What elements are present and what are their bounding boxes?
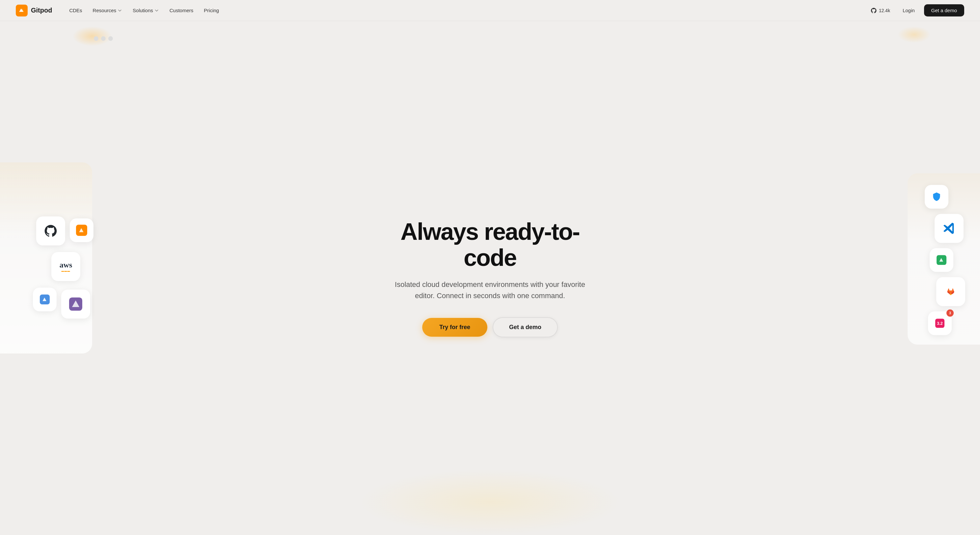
left-icon-row-1 xyxy=(36,216,94,246)
badge-icon: 3.2 xyxy=(935,319,945,328)
gitpod-color-card xyxy=(70,219,94,242)
gitlab-card xyxy=(936,277,965,306)
gitpod-green-card xyxy=(930,248,953,272)
nav-link-pricing[interactable]: Pricing xyxy=(200,6,223,15)
right-icon-row-3 xyxy=(930,248,953,272)
nav-link-solutions[interactable]: Solutions xyxy=(129,6,163,15)
glow-bottom xyxy=(358,469,622,535)
dot-3 xyxy=(108,36,113,41)
vscode-card xyxy=(935,214,964,243)
dots-indicator xyxy=(94,36,113,41)
github-card xyxy=(36,216,65,246)
nav-left: Gitpod CDEs Resources Solutions Customer… xyxy=(16,5,223,16)
navbar: Gitpod CDEs Resources Solutions Customer… xyxy=(0,0,980,21)
get-demo-hero-button[interactable]: Get a demo xyxy=(493,317,558,337)
login-link[interactable]: Login xyxy=(899,6,919,15)
notification-badge: 3 xyxy=(947,309,954,316)
logo-text: Gitpod xyxy=(31,6,52,14)
right-icon-row-5: 3.2 3 xyxy=(928,311,952,335)
nav-right: 12.4k Login Get a demo xyxy=(867,4,964,16)
github-icon xyxy=(870,7,877,14)
hero-section: aws ▬▬▬ xyxy=(0,0,980,535)
gitpod-purple-card xyxy=(61,289,90,319)
badge-card: 3.2 3 xyxy=(928,311,952,335)
floating-icons-right: 3.2 3 xyxy=(931,185,960,335)
hero-content: Always ready-to-code Isolated cloud deve… xyxy=(378,219,602,337)
aws-text: aws xyxy=(60,260,72,270)
try-free-button[interactable]: Try for free xyxy=(422,318,487,337)
floating-icons-left: aws ▬▬▬ xyxy=(26,216,84,319)
chevron-down-icon xyxy=(118,8,122,13)
left-icon-row-2: aws ▬▬▬ xyxy=(51,252,80,281)
aws-card: aws ▬▬▬ xyxy=(51,252,80,281)
hero-buttons: Try for free Get a demo xyxy=(386,317,594,337)
dot-2 xyxy=(101,36,106,41)
glow-top-right xyxy=(898,26,931,43)
right-icon-row-1 xyxy=(925,185,948,209)
right-icon-row-2 xyxy=(935,214,964,243)
github-count: 12.4k xyxy=(879,8,890,13)
get-demo-nav-button[interactable]: Get a demo xyxy=(924,4,964,16)
aws-sub: ▬▬▬ xyxy=(60,270,72,272)
gitpod-mono-card xyxy=(33,287,57,311)
logo[interactable]: Gitpod xyxy=(16,5,52,16)
aws-logo: aws ▬▬▬ xyxy=(60,260,72,272)
nav-link-resources[interactable]: Resources xyxy=(89,6,126,15)
nav-link-cdes[interactable]: CDEs xyxy=(65,6,86,15)
gitpod-purple-icon xyxy=(69,297,82,311)
nav-link-customers[interactable]: Customers xyxy=(165,6,197,15)
shield-icon xyxy=(932,192,941,201)
svg-text:3.2: 3.2 xyxy=(937,321,942,326)
vscode-icon xyxy=(942,222,956,235)
gitpod-green-icon xyxy=(937,255,947,265)
github-badge[interactable]: 12.4k xyxy=(867,5,894,16)
hero-title: Always ready-to-code xyxy=(386,219,594,271)
gitpod-color-icon xyxy=(76,225,87,236)
github-icon-card xyxy=(43,224,58,238)
chevron-down-icon xyxy=(154,8,159,13)
dot-1 xyxy=(94,36,99,41)
hero-subtitle: Isolated cloud development environments … xyxy=(386,279,594,302)
gitpod-logo-icon xyxy=(16,5,28,16)
right-icon-row-4 xyxy=(936,277,965,306)
shield-card xyxy=(925,185,948,209)
left-icon-row-3 xyxy=(33,287,90,319)
gitlab-icon xyxy=(944,285,957,298)
nav-links: CDEs Resources Solutions Customers Prici… xyxy=(65,6,223,15)
gitpod-mono-icon xyxy=(40,294,50,304)
